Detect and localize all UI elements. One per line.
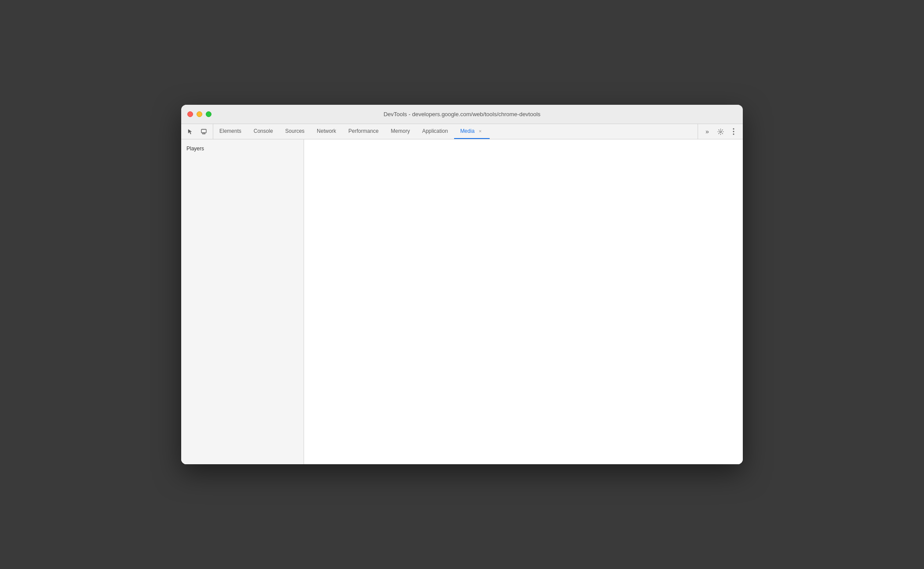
titlebar: DevTools - developers.google.com/web/too… [181, 105, 743, 124]
toolbar-icon-group [181, 124, 213, 139]
maximize-button[interactable] [206, 111, 211, 117]
svg-point-5 [733, 131, 734, 132]
tab-network[interactable]: Network [311, 124, 342, 139]
svg-point-3 [720, 131, 721, 132]
device-toggle-icon[interactable] [198, 126, 209, 137]
tab-media-close[interactable]: × [477, 128, 483, 134]
tab-elements[interactable]: Elements [213, 124, 247, 139]
minimize-button[interactable] [197, 111, 202, 117]
toolbar: Elements Console Sources Network Perform… [181, 124, 743, 139]
devtools-container: Elements Console Sources Network Perform… [181, 124, 743, 464]
svg-point-6 [733, 134, 734, 135]
tab-performance[interactable]: Performance [342, 124, 385, 139]
more-options-button[interactable] [728, 126, 739, 137]
tab-memory[interactable]: Memory [385, 124, 416, 139]
tab-sources[interactable]: Sources [279, 124, 311, 139]
sidebar-players-header: Players [181, 143, 304, 154]
sidebar: Players [181, 139, 304, 464]
tab-application[interactable]: Application [416, 124, 454, 139]
cursor-icon[interactable] [185, 126, 196, 137]
content-area: Players [181, 139, 743, 464]
tab-console[interactable]: Console [247, 124, 279, 139]
tab-media[interactable]: Media × [454, 124, 490, 139]
close-button[interactable] [187, 111, 193, 117]
tab-bar: Elements Console Sources Network Perform… [213, 124, 698, 139]
overflow-button[interactable]: » [702, 126, 713, 137]
main-content [304, 139, 743, 464]
svg-point-4 [733, 128, 734, 130]
toolbar-right-controls: » [698, 124, 743, 139]
svg-rect-0 [201, 129, 206, 133]
window-title: DevTools - developers.google.com/web/too… [383, 111, 541, 117]
devtools-window: DevTools - developers.google.com/web/too… [181, 105, 743, 464]
settings-button[interactable] [715, 126, 726, 137]
traffic-lights [187, 111, 211, 117]
